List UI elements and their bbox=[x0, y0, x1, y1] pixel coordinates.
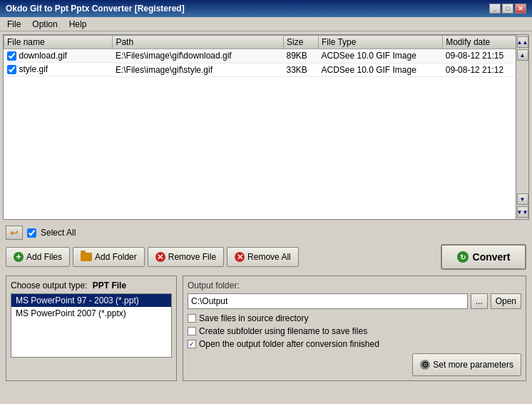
select-all-row: ↩ Select All bbox=[3, 223, 529, 243]
output-type-label: Choose output type: PPT File bbox=[11, 281, 172, 291]
scrollbar: ▲▲ ▲ ▼ ▼▼ bbox=[516, 35, 528, 219]
menu-option[interactable]: Option bbox=[28, 18, 61, 31]
app-title: Okdo Gif to Ppt Pptx Converter [Register… bbox=[6, 4, 185, 14]
cell-size: 89KB bbox=[283, 49, 318, 64]
add-files-button[interactable]: + Add Files bbox=[6, 247, 70, 267]
option-label: Create subfolder using filename to save … bbox=[199, 326, 367, 336]
select-all-label: Select All bbox=[41, 228, 76, 238]
open-folder-button[interactable]: Open bbox=[491, 293, 521, 309]
file-list-container: File name Path Size File Type Modify dat… bbox=[3, 34, 529, 220]
folder-icon bbox=[81, 253, 92, 261]
cell-type: ACDSee 10.0 GIF Image bbox=[318, 63, 442, 76]
table-row[interactable]: style.gif E:\Files\image\gif\style.gif 3… bbox=[4, 63, 528, 76]
output-type-value: PPT File bbox=[93, 281, 126, 291]
remove-file-button[interactable]: ✕ Remove File bbox=[148, 247, 224, 267]
folder-option: Save files in source directory bbox=[188, 313, 521, 323]
output-folder-input[interactable] bbox=[188, 293, 468, 309]
col-size: Size bbox=[283, 36, 318, 49]
scroll-down-button[interactable]: ▼ bbox=[517, 193, 528, 205]
col-path: Path bbox=[113, 36, 284, 49]
file-checkbox[interactable] bbox=[7, 65, 16, 74]
add-icon: + bbox=[14, 252, 24, 262]
set-params-button[interactable]: ⚙ Set more parameters bbox=[412, 353, 521, 376]
format-list: MS PowerPoint 97 - 2003 (*.ppt)MS PowerP… bbox=[11, 293, 172, 358]
folder-option: ✓ Open the output folder after conversio… bbox=[188, 339, 521, 349]
back-button[interactable]: ↩ bbox=[6, 226, 23, 240]
menu-help[interactable]: Help bbox=[65, 18, 91, 31]
file-checkbox[interactable] bbox=[7, 51, 16, 61]
folder-options: Save files in source directory Create su… bbox=[188, 313, 521, 349]
option-label: Save files in source directory bbox=[199, 313, 308, 323]
scroll-bottom-button[interactable]: ▼▼ bbox=[517, 206, 528, 218]
output-folder-panel: Output folder: ... Open Save files in so… bbox=[183, 276, 526, 381]
folder-row: ... Open bbox=[188, 293, 521, 309]
remove-all-button[interactable]: ✕ Remove All bbox=[227, 247, 299, 267]
col-filename: File name bbox=[4, 36, 113, 49]
option-checkbox[interactable]: ✓ bbox=[188, 340, 196, 348]
menu-bar: File Option Help bbox=[0, 17, 532, 31]
select-all-checkbox[interactable] bbox=[27, 228, 36, 238]
maximize-button[interactable]: □ bbox=[502, 4, 513, 14]
output-folder-label: Output folder: bbox=[188, 281, 521, 291]
add-folder-button[interactable]: Add Folder bbox=[73, 247, 145, 267]
cell-type: ACDSee 10.0 GIF Image bbox=[318, 49, 442, 64]
convert-button[interactable]: ↻ Convert bbox=[441, 244, 526, 270]
format-item[interactable]: MS PowerPoint 2007 (*.pptx) bbox=[11, 307, 171, 320]
option-checkbox[interactable] bbox=[188, 327, 196, 335]
cell-path: E:\Files\image\gif\style.gif bbox=[113, 63, 284, 76]
bottom-panel: Choose output type: PPT File MS PowerPoi… bbox=[3, 276, 529, 381]
scroll-top-button[interactable]: ▲▲ bbox=[517, 36, 528, 48]
minimize-button[interactable]: _ bbox=[489, 4, 501, 14]
folder-option: Create subfolder using filename to save … bbox=[188, 326, 521, 336]
cell-size: 33KB bbox=[283, 63, 318, 76]
file-table: File name Path Size File Type Modify dat… bbox=[4, 35, 528, 77]
close-button[interactable]: ✕ bbox=[515, 4, 526, 14]
scroll-up-button[interactable]: ▲ bbox=[517, 49, 528, 61]
main-container: File name Path Size File Type Modify dat… bbox=[0, 31, 532, 404]
format-item[interactable]: MS PowerPoint 97 - 2003 (*.ppt) bbox=[11, 294, 171, 307]
gear-icon: ⚙ bbox=[420, 360, 430, 370]
col-filetype: File Type bbox=[318, 36, 442, 49]
remove-icon: ✕ bbox=[155, 252, 165, 262]
table-row[interactable]: download.gif E:\Files\image\gif\download… bbox=[4, 49, 528, 64]
cell-filename: download.gif bbox=[4, 49, 113, 63]
menu-file[interactable]: File bbox=[3, 18, 25, 31]
convert-icon: ↻ bbox=[457, 251, 469, 263]
option-label: Open the output folder after conversion … bbox=[199, 339, 379, 349]
title-bar: Okdo Gif to Ppt Pptx Converter [Register… bbox=[0, 0, 532, 17]
window-controls: _ □ ✕ bbox=[489, 4, 526, 14]
output-type-panel: Choose output type: PPT File MS PowerPoi… bbox=[6, 276, 177, 381]
browse-button[interactable]: ... bbox=[471, 293, 488, 309]
option-checkbox[interactable] bbox=[188, 314, 196, 323]
action-buttons: + Add Files Add Folder ✕ Remove File ✕ R… bbox=[3, 243, 529, 271]
cell-path: E:\Files\image\gif\download.gif bbox=[113, 49, 284, 64]
remove-all-icon: ✕ bbox=[235, 252, 245, 262]
file-action-buttons: + Add Files Add Folder ✕ Remove File ✕ R… bbox=[6, 247, 299, 267]
cell-filename: style.gif bbox=[4, 63, 113, 76]
